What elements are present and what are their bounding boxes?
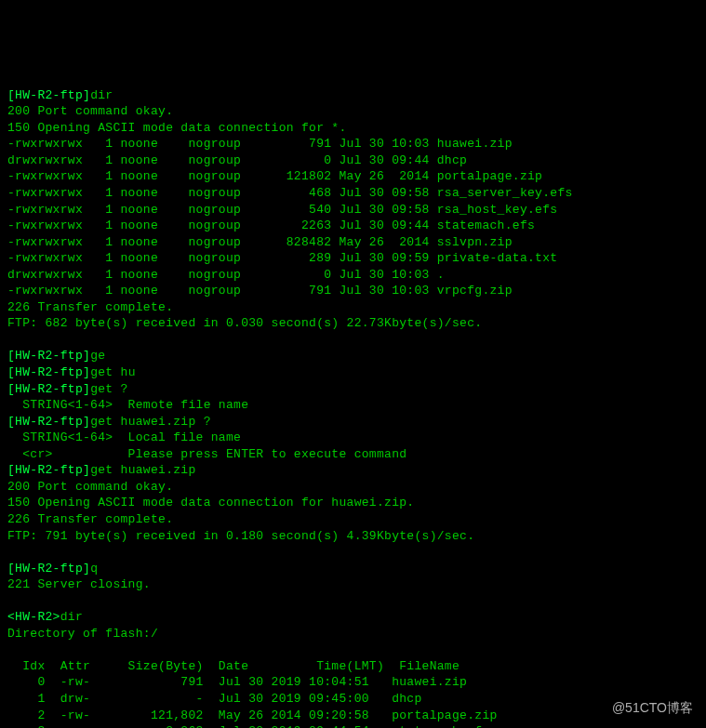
cmd-get-hu: get hu xyxy=(90,365,136,379)
help-cr: <cr> Please press ENTER to execute comma… xyxy=(7,447,406,461)
terminal-output[interactable]: [HW-R2-ftp]dir 200 Port command okay. 15… xyxy=(7,71,699,728)
cmd-ge: ge xyxy=(90,349,105,363)
watermark: @51CTO博客 xyxy=(612,699,693,717)
local-prompt: <HW-R2> xyxy=(7,610,60,624)
cmd-q: q xyxy=(90,562,98,576)
ftp-prompt: [HW-R2-ftp] xyxy=(7,88,90,102)
ftp-prompt: [HW-R2-ftp] xyxy=(7,463,90,477)
resp-open-hz: 150 Opening ASCII mode data connection f… xyxy=(7,496,414,510)
resp-ftp-stat1: FTP: 682 byte(s) received in 0.030 secon… xyxy=(7,316,482,330)
resp-close: 221 Server closing. xyxy=(7,577,151,591)
resp-port-ok: 200 Port command okay. xyxy=(7,480,173,494)
resp-open-any: 150 Opening ASCII mode data connection f… xyxy=(7,121,347,135)
help-local: STRING<1-64> Local file name xyxy=(7,430,241,444)
dir-of-flash: Directory of flash:/ xyxy=(7,627,158,641)
ftp-prompt: [HW-R2-ftp] xyxy=(7,562,90,576)
cmd-dir: dir xyxy=(60,610,83,624)
cmd-get-q: get ? xyxy=(90,382,128,396)
cmd-get-hz: get huawei.zip xyxy=(90,463,195,477)
ftp-prompt: [HW-R2-ftp] xyxy=(7,365,90,379)
ftp-prompt: [HW-R2-ftp] xyxy=(7,382,90,396)
resp-ftp-stat2: FTP: 791 byte(s) received in 0.180 secon… xyxy=(7,529,474,543)
resp-port-ok: 200 Port command okay. xyxy=(7,104,173,118)
help-remote: STRING<1-64> Remote file name xyxy=(7,398,248,412)
ftp-prompt: [HW-R2-ftp] xyxy=(7,415,90,429)
flash-header: Idx Attr Size(Byte) Date Time(LMT) FileN… xyxy=(7,658,699,675)
resp-xfer-done: 226 Transfer complete. xyxy=(7,512,173,526)
flash-listing: 0 -rw- 791 Jul 30 2019 10:04:51 huawei.z… xyxy=(7,674,699,728)
ftp-prompt: [HW-R2-ftp] xyxy=(7,349,90,363)
resp-xfer-done: 226 Transfer complete. xyxy=(7,300,173,314)
cmd-get-hz-q: get huawei.zip ? xyxy=(90,415,211,429)
ftp-listing: -rwxrwxrwx 1 noone nogroup 791 Jul 30 10… xyxy=(7,136,699,298)
cmd-dir: dir xyxy=(90,88,113,102)
